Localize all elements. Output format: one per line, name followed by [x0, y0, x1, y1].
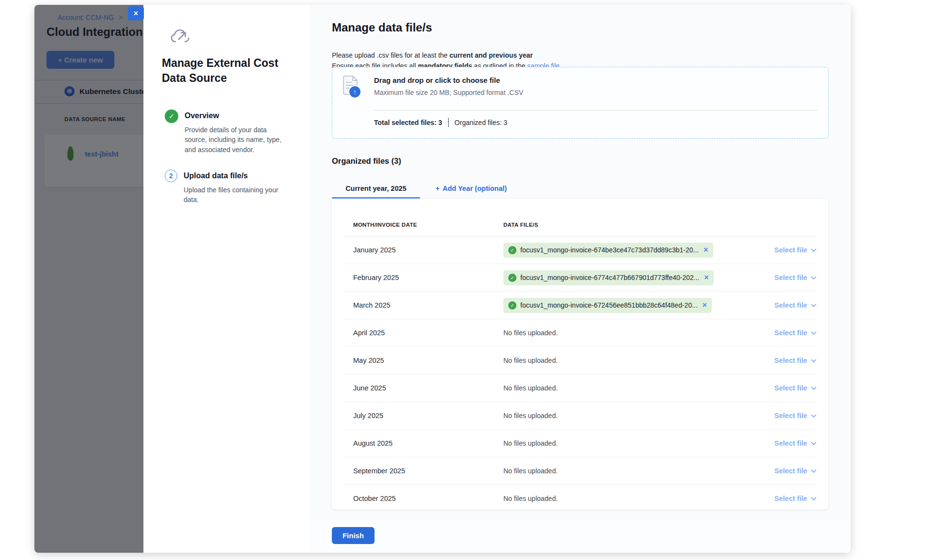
cloud-export-icon: [171, 28, 192, 48]
drawer-footer: Finish: [310, 520, 851, 553]
file-name: focusv1_mongo-invoice-674be3ce47c73d37dd…: [520, 246, 699, 254]
select-file-dropdown[interactable]: Select file: [774, 412, 817, 420]
step-upload-data-files[interactable]: 2 Upload data file/s Upload the files co…: [165, 170, 286, 205]
divider: [374, 110, 817, 110]
file-dropzone[interactable]: ↑ Drag and drop or click to choose file …: [332, 67, 828, 139]
chevron-down-icon: [811, 329, 816, 335]
check-circle-icon: ✓: [508, 274, 516, 282]
remove-file-icon[interactable]: ×: [703, 247, 708, 253]
organized-files-card: MONTH/INVOICE DATE DATA FILE/S January 2…: [332, 199, 828, 509]
stepper-panel: Manage External Cost Data Source ✓ Overv…: [143, 5, 310, 553]
dropzone-subtitle: Maximum file size 20 MB; Supported forma…: [374, 89, 523, 96]
select-file-dropdown[interactable]: Select file: [774, 274, 817, 281]
header-data-files: DATA FILE/S: [503, 222, 817, 228]
select-file-dropdown[interactable]: Select file: [774, 467, 817, 475]
year-tabs: Current year, 2025 +Add Year (optional): [332, 181, 507, 199]
month-label: October 2025: [353, 495, 503, 502]
step-upload-description: Upload the files containing your data.: [184, 185, 286, 205]
tab-current-year-2025[interactable]: Current year, 2025: [332, 181, 420, 199]
total-selected-files: Total selected files: 3: [374, 119, 442, 126]
divider: [448, 118, 449, 127]
header-month-invoice-date: MONTH/INVOICE DATE: [353, 222, 503, 228]
content-title: Manage data file/s: [332, 21, 432, 34]
add-year-button[interactable]: +Add Year (optional): [436, 181, 507, 199]
step-upload-label: Upload data file/s: [184, 170, 286, 180]
no-files-text: No files uploaded.: [503, 439, 759, 447]
upload-step-content: Manage data file/s Please upload .csv fi…: [310, 5, 851, 553]
organized-files-count: Organized files: 3: [454, 119, 507, 126]
upload-arrow-icon: ↑: [348, 85, 361, 98]
month-label: September 2025: [353, 467, 503, 475]
chevron-down-icon: [811, 385, 816, 390]
table-row: May 2025 No files uploaded. Select file: [344, 347, 817, 374]
table-row: January 2025 ✓ focusv1_mongo-invoice-674…: [344, 236, 817, 264]
month-label: July 2025: [353, 412, 503, 420]
file-chip: ✓ focusv1_mongo-invoice-672456ee851bbb28…: [503, 298, 712, 313]
file-name: focusv1_mongo-invoice-672456ee851bbb28c6…: [520, 301, 698, 309]
dropzone-totals: Total selected files: 3 Organized files:…: [374, 118, 507, 127]
step-overview[interactable]: ✓ Overview Provide details of your data …: [165, 109, 287, 155]
chevron-down-icon: [811, 495, 816, 500]
remove-file-icon[interactable]: ×: [704, 274, 708, 281]
month-label: January 2025: [353, 246, 503, 254]
table-row: March 2025 ✓ focusv1_mongo-invoice-67245…: [344, 292, 817, 319]
step-overview-description: Provide details of your data source, inc…: [185, 125, 287, 155]
plus-icon: +: [436, 185, 439, 192]
drawer-title: Manage External Cost Data Source: [162, 56, 288, 86]
check-circle-icon: ✓: [508, 246, 516, 254]
month-label: February 2025: [353, 274, 503, 281]
table-row: August 2025 No files uploaded. Select fi…: [344, 430, 817, 457]
no-files-text: No files uploaded.: [503, 384, 759, 392]
table-row: October 2025 No files uploaded. Select f…: [344, 485, 817, 509]
table-row: September 2025 No files uploaded. Select…: [344, 457, 817, 485]
table-row: July 2025 No files uploaded. Select file: [344, 402, 817, 430]
month-label: August 2025: [353, 439, 503, 447]
month-label: June 2025: [353, 384, 503, 392]
no-files-text: No files uploaded.: [503, 357, 759, 364]
no-files-text: No files uploaded.: [503, 329, 759, 337]
select-file-dropdown[interactable]: Select file: [774, 495, 817, 502]
select-file-dropdown[interactable]: Select file: [774, 246, 817, 254]
select-file-dropdown[interactable]: Select file: [774, 439, 817, 447]
chevron-down-icon: [811, 412, 816, 418]
month-label: April 2025: [353, 329, 503, 337]
chevron-down-icon: [811, 247, 816, 252]
file-chip: ✓ focusv1_mongo-invoice-6774c477b667901d…: [503, 270, 714, 285]
chevron-down-icon: [811, 274, 816, 280]
chevron-down-icon: [811, 357, 816, 362]
no-files-text: No files uploaded.: [503, 467, 759, 475]
select-file-dropdown[interactable]: Select file: [774, 301, 817, 309]
select-file-dropdown[interactable]: Select file: [774, 329, 817, 337]
step-overview-label: Overview: [185, 109, 287, 120]
file-name: focusv1_mongo-invoice-6774c477b667901d77…: [520, 274, 699, 281]
remove-file-icon[interactable]: ×: [703, 302, 707, 309]
instruction-line-1: Please upload .csv files for at least th…: [332, 50, 560, 61]
chevron-down-icon: [811, 467, 816, 473]
file-chip: ✓ focusv1_mongo-invoice-674be3ce47c73d37…: [503, 243, 713, 258]
finish-button[interactable]: Finish: [332, 527, 375, 544]
step-complete-check-icon: ✓: [165, 109, 178, 123]
table-header: MONTH/INVOICE DATE DATA FILE/S: [344, 213, 817, 236]
month-label: March 2025: [353, 301, 503, 309]
select-file-dropdown[interactable]: Select file: [774, 384, 817, 392]
organized-files-heading: Organized files (3): [332, 156, 401, 166]
background-page: Account: CCM-NG > Set Cloud Integration …: [34, 5, 143, 553]
step-number-icon: 2: [165, 170, 177, 182]
modal-dim-overlay: [34, 5, 143, 553]
check-circle-icon: ✓: [508, 301, 516, 310]
table-row: April 2025 No files uploaded. Select fil…: [344, 319, 817, 347]
month-label: May 2025: [353, 357, 503, 364]
table-row: June 2025 No files uploaded. Select file: [344, 374, 817, 402]
dropzone-title: Drag and drop or click to choose file: [374, 76, 500, 84]
select-file-dropdown[interactable]: Select file: [774, 357, 817, 364]
manage-external-cost-drawer: Manage External Cost Data Source ✓ Overv…: [143, 5, 851, 553]
close-drawer-button[interactable]: ×: [128, 6, 144, 20]
no-files-text: No files uploaded.: [503, 412, 759, 420]
table-row: February 2025 ✓ focusv1_mongo-invoice-67…: [344, 264, 817, 292]
app-window: Account: CCM-NG > Set Cloud Integration …: [34, 5, 851, 553]
no-files-text: No files uploaded.: [503, 495, 759, 502]
chevron-down-icon: [811, 440, 816, 445]
chevron-down-icon: [811, 302, 816, 307]
